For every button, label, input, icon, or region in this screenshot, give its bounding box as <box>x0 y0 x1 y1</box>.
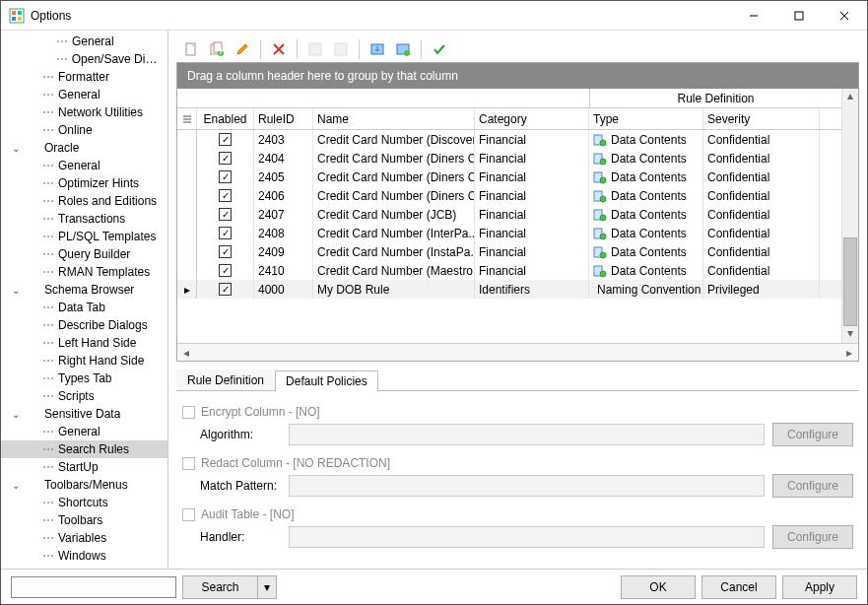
tree-item[interactable]: ⌄Schema Browser <box>1 281 167 299</box>
table-row[interactable]: ✓2407Credit Card Number (JCB)FinancialDa… <box>177 205 858 224</box>
cell-enabled[interactable]: ✓ <box>197 280 254 299</box>
maximize-button[interactable] <box>776 1 822 31</box>
checkbox-icon[interactable]: ✓ <box>219 283 232 296</box>
import-button[interactable] <box>367 38 388 60</box>
cell-enabled[interactable]: ✓ <box>197 224 254 242</box>
edit-rule-button[interactable] <box>232 38 253 60</box>
cell-enabled[interactable]: ✓ <box>197 205 254 224</box>
delete-rule-button[interactable] <box>268 38 290 60</box>
scroll-down-icon[interactable]: ▾ <box>842 326 858 343</box>
checkbox-icon[interactable]: ✓ <box>219 170 232 183</box>
tree-item[interactable]: ⋯Types Tab <box>1 370 167 387</box>
checkbox-icon[interactable]: ✓ <box>219 245 232 258</box>
close-button[interactable] <box>822 1 867 31</box>
scroll-up-icon[interactable]: ▴ <box>842 89 858 105</box>
table-row[interactable]: ✓2405Credit Card Number (Diners C...Fina… <box>177 168 858 186</box>
col-enabled[interactable]: Enabled <box>197 108 254 129</box>
export-button[interactable] <box>392 38 414 60</box>
tree-item[interactable]: ⋯Open/Save Dial... <box>1 50 167 68</box>
table-row[interactable]: ✓2410Credit Card Number (Maestro...Finan… <box>177 261 858 280</box>
tree-item[interactable]: ⋯Formatter <box>1 68 167 86</box>
tree-item[interactable]: ⌄Toolbars/Menus <box>1 476 167 494</box>
checkbox-icon[interactable]: ✓ <box>219 152 232 165</box>
tree-item[interactable]: ⋯StartUp <box>1 458 167 476</box>
tree-item[interactable]: ⋯General <box>1 423 167 440</box>
encrypt-checkbox[interactable] <box>182 406 195 419</box>
ok-button[interactable]: OK <box>621 575 696 599</box>
scroll-left-icon[interactable]: ◂ <box>177 346 195 360</box>
checkbox-icon[interactable]: ✓ <box>219 133 232 146</box>
col-name[interactable]: Name <box>313 108 475 129</box>
col-category[interactable]: Category <box>475 108 589 129</box>
tree-item[interactable]: ⋯Windows <box>1 547 167 565</box>
grid-vertical-scroll[interactable]: ▴ ▾ <box>841 89 858 343</box>
tree-item[interactable]: ⋯Right Hand Side <box>1 352 167 370</box>
tree-item[interactable]: ⋯General <box>1 157 167 174</box>
checkbox-icon[interactable]: ✓ <box>219 208 232 221</box>
tree-item[interactable]: ⋯Scripts <box>1 387 167 405</box>
minimize-button[interactable] <box>731 1 776 31</box>
checkbox-icon[interactable]: ✓ <box>219 189 232 202</box>
validate-button[interactable] <box>429 38 450 60</box>
col-type[interactable]: Type <box>589 108 703 129</box>
tree-item[interactable]: ⋯Query Builder <box>1 245 167 263</box>
scroll-right-icon[interactable]: ▸ <box>840 346 858 360</box>
group-by-bar[interactable]: Drag a column header here to group by th… <box>177 63 858 89</box>
tree-item[interactable]: ⋯Online <box>1 121 167 139</box>
tree-item[interactable]: ⋯Describe Dialogs <box>1 316 167 334</box>
tree-item[interactable]: ⋯Roles and Editions <box>1 192 167 210</box>
cell-enabled[interactable]: ✓ <box>197 168 254 186</box>
row-indicator <box>177 224 197 242</box>
cancel-button[interactable]: Cancel <box>701 575 776 599</box>
cell-enabled[interactable]: ✓ <box>197 130 254 149</box>
tree-item[interactable]: ⋯Variables <box>1 529 167 547</box>
grid-body[interactable]: ✓2403Credit Card Number (Discover)Financ… <box>177 130 858 343</box>
col-ruleid[interactable]: RuleID <box>254 108 313 129</box>
table-row[interactable]: ✓2409Credit Card Number (InstaPa...Finan… <box>177 242 858 261</box>
tab-default-policies[interactable]: Default Policies <box>275 370 378 391</box>
table-row[interactable]: ✓2406Credit Card Number (Diners C...Fina… <box>177 186 858 205</box>
tab-rule-definition[interactable]: Rule Definition <box>176 370 275 390</box>
cell-enabled[interactable]: ✓ <box>197 186 254 205</box>
table-row[interactable]: ✓2404Credit Card Number (Diners C...Fina… <box>177 149 858 168</box>
table-row[interactable]: ✓2408Credit Card Number (InterPa...Finan… <box>177 224 858 242</box>
tree-item[interactable]: ⋯PL/SQL Templates <box>1 228 167 245</box>
cell-name: Credit Card Number (Diners C... <box>313 186 475 205</box>
checkbox-icon[interactable]: ✓ <box>219 264 232 277</box>
tree-item[interactable]: ⋯Toolbars <box>1 511 167 529</box>
search-input[interactable] <box>11 576 176 598</box>
cell-enabled[interactable]: ✓ <box>197 261 254 280</box>
tree-item[interactable]: ⌄Sensitive Data <box>1 405 167 423</box>
tree-item[interactable]: ⋯Optimizer Hints <box>1 174 167 192</box>
tree-item[interactable]: ⋯RMAN Templates <box>1 263 167 281</box>
tree-item-label: Formatter <box>58 70 109 84</box>
tree-item[interactable]: ⋯Transactions <box>1 210 167 228</box>
tree-item[interactable]: ⋯Search Rules <box>1 440 167 458</box>
table-row[interactable]: ▸✓4000My DOB RuleIdentifiersNaming Conve… <box>177 280 858 299</box>
new-rule-button[interactable] <box>180 38 202 60</box>
tree-item[interactable]: ⋯Left Hand Side <box>1 334 167 352</box>
copy-rule-button[interactable]: + <box>206 38 228 60</box>
search-dropdown-button[interactable]: ▾ <box>257 575 277 599</box>
indicator-column[interactable] <box>177 108 197 129</box>
tree-item-label: General <box>72 34 114 48</box>
cell-enabled[interactable]: ✓ <box>197 242 254 261</box>
tree-item[interactable]: ⋯Data Tab <box>1 299 167 316</box>
tree-item[interactable]: ⌄Oracle <box>1 139 167 157</box>
tree-item[interactable]: ⋯General <box>1 33 167 50</box>
options-tree[interactable]: ⋯General⋯Open/Save Dial...⋯Formatter⋯Gen… <box>1 31 167 569</box>
scroll-thumb[interactable] <box>843 237 857 326</box>
col-severity[interactable]: Severity <box>703 108 820 129</box>
checkbox-icon[interactable]: ✓ <box>219 227 232 239</box>
tree-item[interactable]: ⋯Shortcuts <box>1 494 167 511</box>
tree-item-label: RMAN Templates <box>58 265 150 279</box>
tree-item[interactable]: ⋯Network Utilities <box>1 103 167 121</box>
cell-enabled[interactable]: ✓ <box>197 149 254 168</box>
grid-horizontal-scroll[interactable]: ◂ ▸ <box>177 343 858 361</box>
table-row[interactable]: ✓2403Credit Card Number (Discover)Financ… <box>177 130 858 149</box>
tree-item[interactable]: ⋯General <box>1 86 167 103</box>
apply-button[interactable]: Apply <box>782 575 857 599</box>
audit-checkbox[interactable] <box>182 508 195 521</box>
redact-checkbox[interactable] <box>182 457 195 470</box>
search-button[interactable]: Search <box>182 575 257 599</box>
